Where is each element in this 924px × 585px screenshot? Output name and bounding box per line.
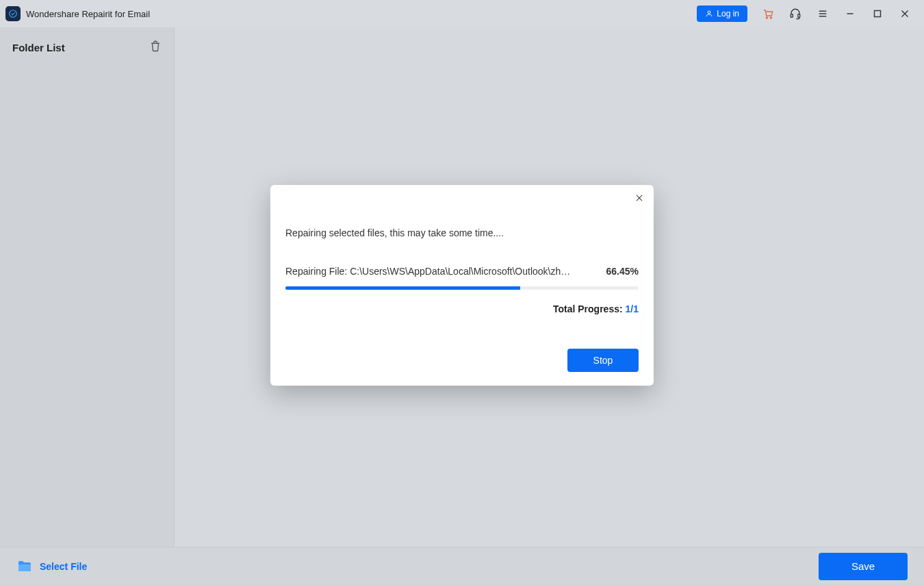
file-progress-row: Repairing File: C:\Users\WS\AppData\Loca…	[285, 266, 639, 277]
progress-bar	[285, 286, 639, 290]
modal-message: Repairing selected files, this may take …	[285, 227, 639, 238]
modal-actions: Stop	[285, 349, 639, 372]
modal-backdrop: Repairing selected files, this may take …	[0, 0, 924, 585]
close-icon	[634, 193, 644, 203]
progress-fill	[285, 286, 520, 290]
progress-percent: 66.45%	[606, 266, 639, 277]
modal-close-button[interactable]	[634, 193, 644, 206]
progress-modal: Repairing selected files, this may take …	[270, 185, 654, 386]
repairing-file-path: Repairing File: C:\Users\WS\AppData\Loca…	[285, 266, 573, 277]
stop-button[interactable]: Stop	[567, 349, 639, 372]
total-progress-row: Total Progress: 1/1	[285, 303, 639, 314]
